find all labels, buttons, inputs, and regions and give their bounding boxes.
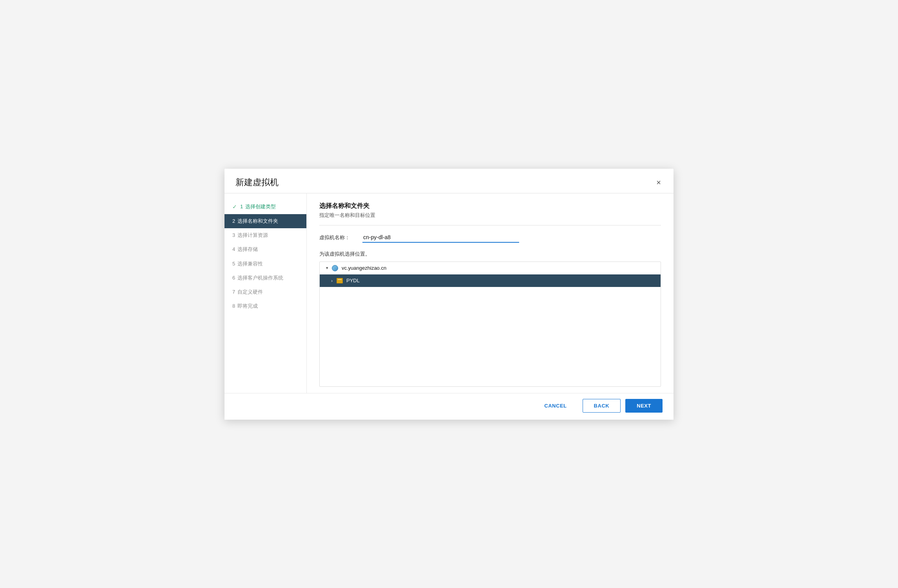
sidebar-step2-num: 2	[232, 218, 235, 225]
section-title: 选择名称和文件夹	[319, 202, 661, 210]
sidebar-item-step4[interactable]: 4 选择存储	[224, 242, 306, 256]
sidebar-item-step2[interactable]: 2 选择名称和文件夹	[224, 214, 306, 228]
cancel-button[interactable]: CANCEL	[533, 399, 578, 412]
sidebar-step2-text: 选择名称和文件夹	[237, 218, 278, 225]
sidebar-step5-text: 选择兼容性	[237, 260, 263, 267]
tree-root-label: vc.yuangezhizao.cn	[342, 265, 386, 271]
main-content: 选择名称和文件夹 指定唯一名称和目标位置 虚拟机名称： 为该虚拟机选择位置。 ▾…	[307, 193, 674, 393]
sidebar-step1-text: 选择创建类型	[245, 203, 276, 210]
vm-name-input[interactable]	[362, 233, 519, 243]
dialog-footer: CANCEL BACK NEXT	[224, 393, 674, 420]
dialog-header: 新建虚拟机 ×	[224, 169, 674, 193]
sidebar-step5-num: 5	[232, 260, 235, 267]
datacenter-icon	[336, 277, 343, 284]
dialog-title: 新建虚拟机	[235, 177, 279, 188]
next-button[interactable]: NEXT	[625, 399, 663, 413]
vm-name-label: 虚拟机名称：	[319, 234, 362, 241]
sidebar-step6-text: 选择客户机操作系统	[237, 274, 283, 281]
sidebar-step7-num: 7	[232, 289, 235, 296]
tree-root-node[interactable]: ▾ vc.yuangezhizao.cn	[320, 262, 661, 274]
sidebar-item-step3[interactable]: 3 选择计算资源	[224, 228, 306, 242]
location-tree: ▾ vc.yuangezhizao.cn › PYDL	[319, 262, 661, 387]
location-label: 为该虚拟机选择位置。	[319, 251, 661, 258]
section-subtitle: 指定唯一名称和目标位置	[319, 212, 661, 219]
sidebar-step3-num: 3	[232, 232, 235, 239]
sidebar-step4-text: 选择存储	[237, 246, 258, 253]
wizard-sidebar: ✓ 1 选择创建类型 2 选择名称和文件夹 3 选择计算资源 4 选择存储 5	[224, 193, 307, 393]
sidebar-item-step1[interactable]: ✓ 1 选择创建类型	[224, 200, 306, 215]
vc-icon	[331, 265, 339, 272]
sidebar-item-step6[interactable]: 6 选择客户机操作系统	[224, 271, 306, 285]
sidebar-step7-text: 自定义硬件	[237, 289, 263, 296]
tree-child-pydl-label: PYDL	[346, 278, 360, 283]
new-vm-dialog: 新建虚拟机 × ✓ 1 选择创建类型 2 选择名称和文件夹 3 选择计算资源	[224, 169, 674, 420]
check-icon: ✓	[232, 203, 237, 211]
sidebar-step1-label: 1	[240, 203, 243, 210]
vm-name-row: 虚拟机名称：	[319, 233, 661, 243]
sidebar-step4-num: 4	[232, 246, 235, 253]
close-button[interactable]: ×	[655, 177, 663, 188]
sidebar-step3-text: 选择计算资源	[237, 232, 268, 239]
sidebar-item-step5[interactable]: 5 选择兼容性	[224, 257, 306, 271]
sidebar-step6-num: 6	[232, 274, 235, 281]
sidebar-step8-text: 即将完成	[237, 303, 258, 310]
chevron-right-icon: ›	[329, 278, 335, 283]
tree-child-pydl[interactable]: › PYDL	[320, 274, 661, 287]
sidebar-item-step7[interactable]: 7 自定义硬件	[224, 285, 306, 299]
back-button[interactable]: BACK	[583, 399, 621, 413]
sidebar-item-step8[interactable]: 8 即将完成	[224, 299, 306, 313]
section-divider	[319, 225, 661, 225]
sidebar-step8-num: 8	[232, 303, 235, 310]
chevron-down-icon: ▾	[324, 265, 330, 271]
dialog-body: ✓ 1 选择创建类型 2 选择名称和文件夹 3 选择计算资源 4 选择存储 5	[224, 193, 674, 393]
